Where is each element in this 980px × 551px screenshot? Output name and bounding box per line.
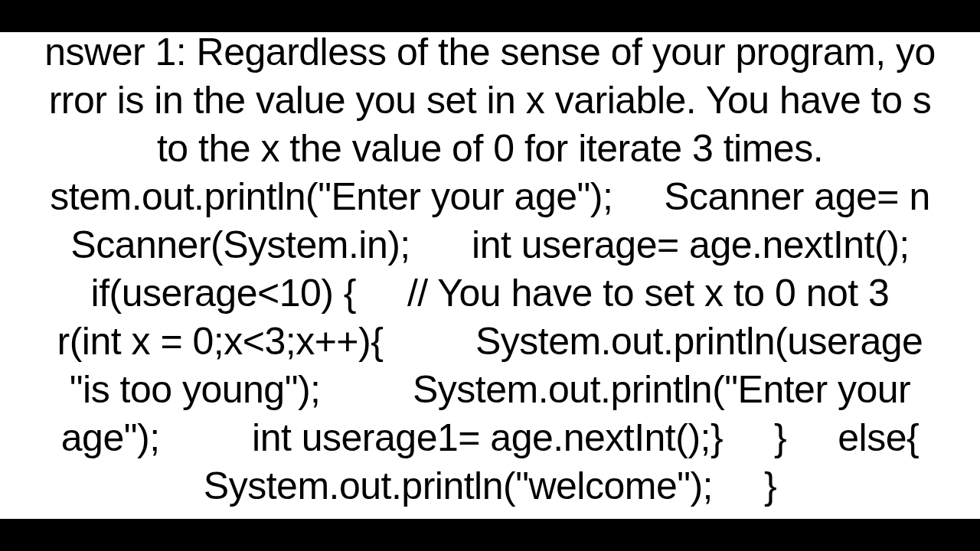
letterbox-bottom — [0, 519, 980, 551]
text-line-6: if(userage<10) { // You have to set x to… — [91, 272, 890, 315]
answer-text-block: nswer 1: Regardless of the sense of your… — [0, 32, 980, 510]
text-line-9: age"); int userage1= age.nextInt();} } e… — [61, 416, 919, 459]
text-line-1: nswer 1: Regardless of the sense of your… — [44, 32, 935, 73]
content-area: nswer 1: Regardless of the sense of your… — [0, 32, 980, 519]
text-line-4: stem.out.println("Enter your age"); Scan… — [50, 175, 929, 218]
text-line-7: r(int x = 0;x<3;x++){ System.out.println… — [57, 320, 923, 363]
text-line-8: "is too young"); System.out.println("Ent… — [70, 368, 910, 411]
letterbox-top — [0, 0, 980, 32]
text-line-10: System.out.println("welcome"); } — [204, 465, 776, 507]
text-line-2: rror is in the value you set in x variab… — [49, 79, 932, 122]
text-line-5: Scanner(System.in); int userage= age.nex… — [70, 223, 909, 266]
text-line-3: to the x the value of 0 for iterate 3 ti… — [157, 127, 823, 170]
